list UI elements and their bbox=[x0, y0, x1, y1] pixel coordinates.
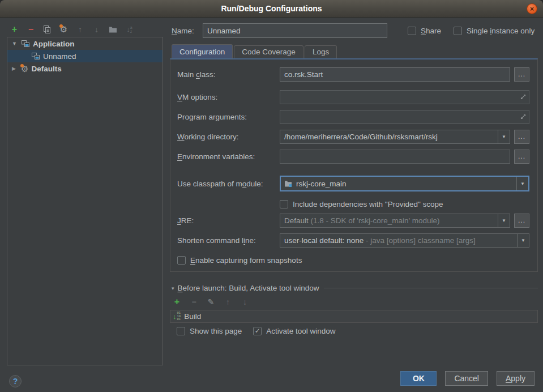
shorten-command-line-value: user-local default: none - java [options… bbox=[280, 236, 517, 245]
tree-item-label: Application bbox=[33, 40, 75, 48]
single-instance-checkbox[interactable] bbox=[454, 27, 462, 35]
main-class-row: Main class: ... bbox=[177, 67, 529, 82]
titlebar[interactable]: Run/Debug Configurations × bbox=[0, 0, 543, 18]
application-icon bbox=[21, 40, 30, 48]
wrench-icon: ⚙ bbox=[21, 65, 28, 73]
tab-configuration[interactable]: Configuration bbox=[172, 44, 233, 58]
share-label: Share bbox=[421, 27, 441, 35]
folder-icon bbox=[109, 25, 117, 33]
dropdown-arrow-icon[interactable]: ▼ bbox=[516, 177, 528, 190]
show-this-page-checkbox-group[interactable]: Show this page bbox=[177, 327, 242, 335]
tree-item-application[interactable]: ▼ Application bbox=[7, 37, 163, 50]
edit-defaults-button[interactable]: ⚙ bbox=[59, 24, 69, 34]
move-down-button[interactable]: ↓ bbox=[92, 24, 101, 34]
include-provided-checkbox[interactable] bbox=[280, 200, 288, 208]
working-directory-row: Working directory: /home/meriherrera/Cod… bbox=[177, 129, 529, 144]
environment-variables-row: Environment variables: ... bbox=[177, 149, 529, 164]
close-button[interactable]: × bbox=[527, 3, 537, 14]
name-label: Name: bbox=[172, 27, 203, 35]
include-provided-checkbox-group[interactable]: Include dependencies with "Provided" sco… bbox=[280, 200, 443, 208]
working-directory-combo[interactable]: /home/meriherrera/Code/Github/rsksmart/r… bbox=[280, 130, 510, 144]
task-up-button[interactable]: ↑ bbox=[224, 297, 232, 306]
single-instance-checkbox-group[interactable]: Single instance only bbox=[454, 27, 535, 35]
main-class-input[interactable] bbox=[280, 67, 510, 82]
tab-code-coverage[interactable]: Code Coverage bbox=[234, 45, 303, 58]
move-up-button[interactable]: ↑ bbox=[75, 24, 85, 34]
classpath-module-label: Use classpath of module: bbox=[177, 180, 280, 188]
remove-task-button[interactable]: − bbox=[190, 297, 198, 306]
apply-button[interactable]: Apply bbox=[497, 371, 535, 386]
module-icon bbox=[284, 180, 292, 187]
share-checkbox-group[interactable]: Share bbox=[408, 27, 441, 35]
jre-browse-button[interactable]: ... bbox=[514, 214, 529, 228]
expanded-arrow-icon[interactable]: ▼ bbox=[12, 41, 21, 46]
add-task-button[interactable]: + bbox=[173, 297, 181, 306]
program-arguments-row: Program arguments: bbox=[177, 109, 529, 124]
tree-item-unnamed[interactable]: Unnamed bbox=[7, 50, 163, 62]
window-title: Run/Debug Configurations bbox=[221, 4, 322, 13]
arrow-up-icon: ↑ bbox=[226, 297, 230, 306]
question-mark-icon: ? bbox=[13, 377, 18, 386]
form-snapshots-row: Enable capturing form snapshots bbox=[177, 253, 529, 267]
arrow-down-icon: ↓ bbox=[95, 25, 99, 34]
add-configuration-button[interactable]: + bbox=[10, 24, 19, 34]
configurations-toolbar: + − ⚙ ↑ ↓ ↓ az bbox=[0, 18, 170, 36]
form-snapshots-checkbox[interactable] bbox=[177, 256, 186, 265]
show-this-page-checkbox[interactable] bbox=[177, 327, 185, 335]
jre-row: JRE: Default (1.8 - SDK of 'rskj-core_ma… bbox=[177, 213, 529, 228]
edit-task-button[interactable]: ✎ bbox=[207, 297, 215, 306]
include-provided-row: Include dependencies with "Provided" sco… bbox=[177, 197, 529, 211]
jre-value: Default (1.8 - SDK of 'rskj-core_main' m… bbox=[280, 216, 498, 225]
before-launch-checkboxes: Show this page ✓ Activate tool window bbox=[177, 327, 336, 335]
shorten-command-line-combo[interactable]: user-local default: none - java [options… bbox=[280, 233, 529, 248]
name-row: Name: Share Single instance only bbox=[172, 23, 538, 38]
before-launch-header[interactable]: ▾ Before launch: Build, Activate tool wi… bbox=[172, 284, 538, 292]
ellipsis-icon: ... bbox=[518, 70, 525, 78]
header-checkboxes: Share Single instance only bbox=[408, 27, 535, 35]
plus-icon: + bbox=[174, 297, 179, 307]
ok-button[interactable]: OK bbox=[400, 371, 437, 386]
sort-configurations-button[interactable]: ↓ az bbox=[125, 24, 134, 34]
tree-item-defaults[interactable]: ▶ ⚙ Defaults bbox=[7, 62, 163, 75]
expand-icon[interactable] bbox=[520, 93, 527, 102]
main-class-label: Main class: bbox=[177, 70, 280, 79]
section-collapse-icon[interactable]: ▾ bbox=[172, 286, 174, 291]
task-down-button[interactable]: ↓ bbox=[241, 297, 249, 306]
application-icon bbox=[31, 52, 40, 60]
copy-icon bbox=[43, 25, 52, 34]
copy-configuration-button[interactable] bbox=[42, 24, 52, 34]
environment-variables-input[interactable] bbox=[280, 150, 510, 164]
minus-icon: − bbox=[191, 297, 196, 306]
activate-tool-window-checkbox-group[interactable]: ✓ Activate tool window bbox=[253, 327, 335, 335]
arrow-up-icon: ↑ bbox=[78, 25, 82, 34]
task-item-build[interactable]: Build bbox=[184, 312, 201, 321]
collapsed-arrow-icon[interactable]: ▶ bbox=[12, 66, 21, 71]
working-directory-label: Working directory: bbox=[177, 133, 280, 141]
build-icon: ↓ 011001 bbox=[173, 312, 181, 321]
dropdown-arrow-icon[interactable]: ▼ bbox=[517, 234, 529, 247]
main-class-browse-button[interactable]: ... bbox=[514, 67, 529, 82]
jre-combo[interactable]: Default (1.8 - SDK of 'rskj-core_main' m… bbox=[280, 214, 510, 228]
vm-options-input[interactable] bbox=[280, 90, 529, 104]
name-input[interactable] bbox=[203, 23, 387, 38]
dropdown-arrow-icon[interactable]: ▼ bbox=[498, 214, 510, 227]
environment-variables-browse-button[interactable]: ... bbox=[514, 150, 529, 164]
expand-icon[interactable] bbox=[520, 113, 527, 122]
show-this-page-label: Show this page bbox=[190, 327, 242, 335]
program-arguments-input[interactable] bbox=[280, 110, 529, 124]
cancel-button[interactable]: Cancel bbox=[445, 371, 488, 386]
program-arguments-label: Program arguments: bbox=[177, 113, 280, 121]
minus-icon: − bbox=[28, 24, 33, 35]
remove-configuration-button[interactable]: − bbox=[26, 24, 36, 34]
environment-variables-label: Environment variables: bbox=[177, 152, 280, 161]
classpath-module-combo[interactable]: rskj-core_main ▼ bbox=[280, 176, 529, 191]
help-button[interactable]: ? bbox=[9, 375, 22, 387]
check-icon: ✓ bbox=[255, 327, 260, 334]
tab-logs[interactable]: Logs bbox=[305, 45, 337, 58]
form-snapshots-checkbox-group[interactable]: Enable capturing form snapshots bbox=[177, 256, 302, 265]
working-directory-browse-button[interactable]: ... bbox=[514, 130, 529, 144]
create-folder-button[interactable] bbox=[108, 24, 118, 34]
share-checkbox[interactable] bbox=[408, 27, 416, 35]
activate-tool-window-checkbox[interactable]: ✓ bbox=[253, 327, 262, 335]
dropdown-arrow-icon[interactable]: ▼ bbox=[498, 130, 510, 143]
